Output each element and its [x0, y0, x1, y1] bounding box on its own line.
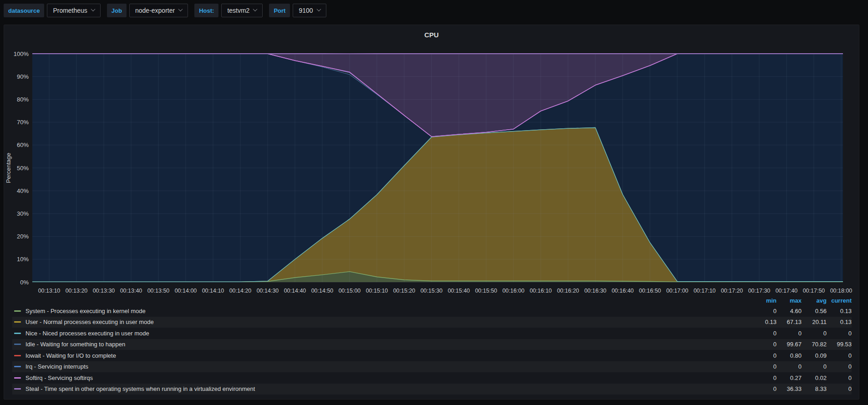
legend-row: User - Normal processes executing in use… — [12, 317, 852, 328]
y-tick-label: 0% — [20, 279, 29, 286]
legend-series-label[interactable]: Softirq - Servicing softirqs — [25, 375, 93, 381]
y-tick-label: 10% — [17, 256, 29, 263]
legend-min-value: 0 — [751, 308, 777, 314]
legend-series-label[interactable]: Steal - Time spent in other operating sy… — [25, 385, 255, 392]
cpu-panel: CPU 0%10%20%30%40%50%60%70%80%90%100%00:… — [4, 25, 859, 400]
host-label: Host: — [194, 4, 218, 17]
legend-series: Steal - Time spent in other operating sy… — [12, 385, 751, 392]
x-tick-label: 00:13:40 — [120, 288, 142, 294]
x-tick-label: 00:14:30 — [257, 288, 279, 294]
job-label-text: Job — [112, 7, 122, 14]
x-tick-label: 00:16:30 — [584, 288, 607, 294]
y-axis: 0%10%20%30%40%50%60%70%80%90%100% — [14, 51, 29, 286]
legend-series-label[interactable]: Nice - Niced processes executing in user… — [25, 330, 149, 337]
series-color-dash[interactable] — [14, 377, 21, 379]
legend-avg-value: 20.11 — [802, 319, 827, 325]
legend-avg-value: 0 — [802, 363, 827, 370]
y-axis-title: Percentage — [5, 153, 12, 183]
series-color-dash[interactable] — [14, 366, 21, 367]
x-axis: 00:13:1000:13:2000:13:3000:13:4000:13:50… — [38, 288, 853, 294]
legend-max-value: 0 — [777, 363, 802, 370]
datasource-label: datasource — [4, 4, 44, 17]
series-color-dash[interactable] — [14, 355, 21, 356]
x-tick-label: 00:16:50 — [639, 288, 661, 294]
legend-sort-current[interactable]: current — [827, 297, 852, 304]
legend-current-value: 0 — [827, 363, 852, 370]
series-color-dash[interactable] — [14, 333, 21, 334]
host-select-text: testvm2 — [227, 7, 249, 14]
x-tick-label: 00:15:00 — [339, 288, 361, 294]
template-variables-toolbar: datasourcePrometheusJobnode-exporterHost… — [4, 4, 333, 17]
x-tick-label: 00:16:10 — [530, 288, 552, 294]
legend-current-value: 0.13 — [827, 308, 852, 314]
legend-series-label[interactable]: User - Normal processes executing in use… — [25, 319, 154, 325]
host-label-text: Host: — [199, 7, 214, 14]
cpu-chart[interactable]: 0%10%20%30%40%50%60%70%80%90%100%00:13:1… — [4, 25, 859, 298]
legend-series: System - Processes executing in kernel m… — [12, 308, 751, 314]
chevron-down-icon — [91, 7, 95, 11]
series-color-dash[interactable] — [14, 321, 21, 323]
legend-row: Softirq - Servicing softirqs00.270.020 — [12, 372, 852, 384]
legend-series-label[interactable]: Irq - Servicing interrupts — [25, 363, 88, 370]
legend-sort-avg[interactable]: avg — [802, 297, 827, 304]
x-tick-label: 00:13:10 — [38, 288, 61, 294]
y-tick-label: 90% — [17, 73, 29, 80]
x-tick-label: 00:17:50 — [803, 288, 825, 294]
legend-min-value: 0 — [751, 352, 777, 359]
port-select[interactable]: 9100 — [293, 4, 326, 17]
legend-series-label[interactable]: Iowait - Waiting for I/O to complete — [25, 352, 116, 359]
series-color-dash[interactable] — [14, 344, 21, 345]
series-color-dash[interactable] — [14, 310, 21, 312]
legend-min-value: 0 — [751, 385, 777, 392]
legend-max-value: 67.13 — [777, 319, 802, 325]
legend-sort-min[interactable]: min — [751, 297, 777, 304]
series-color-dash[interactable] — [14, 388, 21, 390]
datasource-select[interactable]: Prometheus — [47, 4, 100, 17]
legend-max-value: 0.27 — [777, 375, 802, 381]
legend-max-value: 4.60 — [777, 308, 802, 314]
legend-avg-value: 70.82 — [802, 341, 827, 348]
x-tick-label: 00:15:40 — [448, 288, 470, 294]
y-tick-label: 60% — [17, 142, 29, 148]
legend-max-value: 0.80 — [777, 352, 802, 359]
legend-sort-max[interactable]: max — [777, 297, 802, 304]
legend-min-value: 0 — [751, 363, 777, 370]
legend-min-value: 0 — [751, 341, 777, 348]
datasource-label-text: datasource — [8, 7, 40, 14]
y-tick-label: 40% — [17, 187, 29, 194]
datasource-select-text: Prometheus — [53, 7, 87, 14]
job-select[interactable]: node-exporter — [129, 4, 188, 17]
legend-table: minmaxavgcurrentSystem - Processes execu… — [12, 295, 852, 395]
legend-max-value: 0 — [777, 330, 802, 337]
port-label: Port — [269, 4, 290, 17]
chevron-down-icon — [253, 7, 258, 11]
y-tick-label: 30% — [17, 210, 29, 217]
y-tick-label: 80% — [17, 96, 29, 103]
y-tick-label: 20% — [17, 233, 29, 240]
chevron-down-icon — [178, 7, 183, 11]
x-tick-label: 00:13:20 — [66, 288, 88, 294]
x-tick-label: 00:18:00 — [830, 288, 853, 294]
legend-current-value: 99.53 — [827, 341, 852, 348]
legend-row: Nice - Niced processes executing in user… — [12, 328, 852, 339]
legend-series-label[interactable]: System - Processes executing in kernel m… — [25, 308, 146, 314]
x-tick-label: 00:16:40 — [612, 288, 634, 294]
legend-max-value: 99.67 — [777, 341, 802, 348]
legend-current-value: 0 — [827, 385, 852, 392]
legend-series: Idle - Waiting for something to happen — [12, 341, 751, 348]
legend-avg-value: 0 — [802, 330, 827, 337]
x-tick-label: 00:13:50 — [147, 288, 170, 294]
chevron-down-icon — [316, 7, 321, 11]
legend-current-value: 0 — [827, 330, 852, 337]
legend-series: Iowait - Waiting for I/O to complete — [12, 352, 751, 359]
y-tick-label: 100% — [14, 51, 29, 57]
legend-avg-value: 0.02 — [802, 375, 827, 381]
legend-row: System - Processes executing in kernel m… — [12, 305, 852, 317]
legend-current-value: 0 — [827, 352, 852, 359]
host-select[interactable]: testvm2 — [221, 4, 263, 17]
legend-series-label[interactable]: Idle - Waiting for something to happen — [25, 341, 125, 348]
x-tick-label: 00:17:20 — [721, 288, 743, 294]
cpu-chart-svg[interactable]: 0%10%20%30%40%50%60%70%80%90%100%00:13:1… — [4, 25, 859, 298]
x-tick-label: 00:15:30 — [421, 288, 443, 294]
legend-series: Nice - Niced processes executing in user… — [12, 330, 751, 337]
